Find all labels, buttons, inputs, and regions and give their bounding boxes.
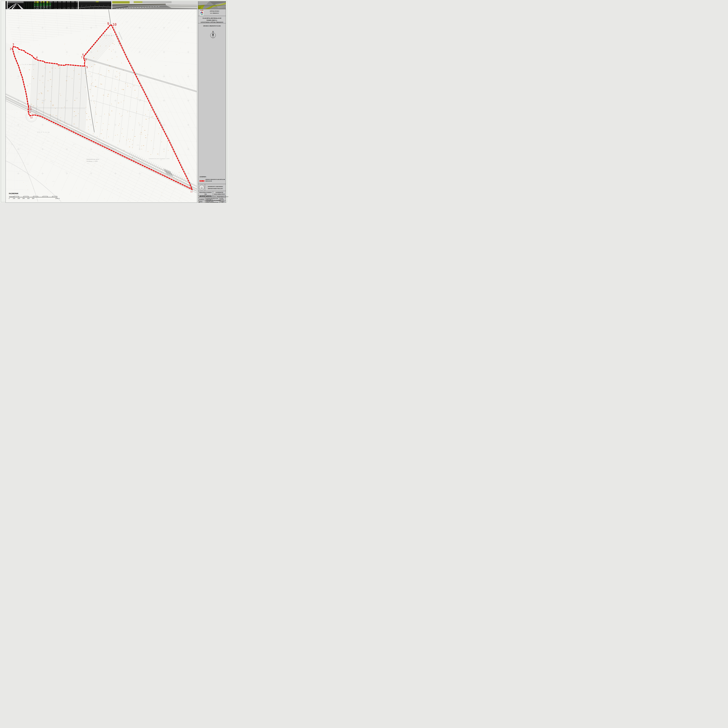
boundary-vertex-number: 2 xyxy=(10,47,12,50)
elaborat-line1: PLAN DETALJNE REGULACIJE xyxy=(206,198,221,199)
legend: LEGENDA GRANICA OBUHVATA PLANA DETALJNE … xyxy=(198,176,226,184)
prilog-label1: PRILOG xyxy=(199,201,202,202)
team-row: RUKOVODILAC RADNOG TIMA MR BISERKA MITRO… xyxy=(198,191,226,196)
university-block: 1846 UNIVERZITET U BEOGRADU ARHITEKTONSK… xyxy=(198,184,226,191)
boundary-vertex-number: 9 xyxy=(107,22,109,26)
university-line2: ARHITEKTONSKI FAKULTET xyxy=(205,188,226,190)
map-area-label: С Е Л И Ш Т Е xyxy=(102,35,117,37)
map-area-label: Т А Л А В И Ц А xyxy=(22,64,36,65)
scalebar-heading: RAZMERNIK xyxy=(9,193,18,194)
boundary-vertex-number: 12 xyxy=(30,116,33,119)
plan-sheet: С Е Л И Ш Т ЕТ А Л А В И Ц АП О Р А Ј А … xyxy=(0,0,228,203)
map-subtitle: GRANICA OBUHVATA PLANA xyxy=(198,23,226,29)
photo-strip xyxy=(6,1,226,9)
scale-value: 1 : 5 000 xyxy=(220,202,225,203)
client-label: NARUČILAC: xyxy=(199,196,205,197)
boundary-vertex-number: 4 xyxy=(36,56,38,59)
boundary-vertex-number: 13 xyxy=(29,111,31,113)
boundary-vertex-number: 14 xyxy=(29,108,32,111)
elaborat-row: ELABORAT: PLAN DETALJNE REGULACIJE RADNE… xyxy=(198,197,226,200)
scalebar-tick-label: 200 xyxy=(18,197,20,199)
boundary-vertex-number: 5 xyxy=(86,65,88,69)
cadastral-map: С Е Л И Ш Т ЕТ А Л А В И Ц АП О Р А Ј А … xyxy=(6,9,197,203)
coordinator-role: KOORDINATOR xyxy=(213,192,226,193)
scalebar-tick-label: 0 xyxy=(9,197,9,199)
coordinator-name: SANJA SIMEUN ČEVIĆ xyxy=(213,193,226,195)
municipality-line2: K.O. ŠIMANOVCI xyxy=(204,12,225,14)
legend-item-line2: REGULACIJE xyxy=(205,180,225,182)
boundary-vertex-number: 3 xyxy=(12,43,14,46)
scale-label: RAZMERA: xyxy=(220,201,225,202)
scalebar-end-label: 1000 m xyxy=(55,197,60,199)
north-arrow-icon: S xyxy=(210,31,217,40)
date-value: JUN 2010 xyxy=(220,199,224,200)
boundary-vertex-number: 11 xyxy=(190,191,193,193)
prilog-row: PRILOG BR. : I.1. OSNOVNE KARTE GRANICA … xyxy=(198,200,226,203)
seal-year: 1846 xyxy=(201,189,202,189)
scalebar-tick-label: 300 xyxy=(23,197,25,199)
municipality-line1: OPŠTINA PEĆINCI xyxy=(204,10,225,12)
plan-title-line1: PLAN DETALJNE REGULACIJE xyxy=(198,17,226,19)
boundary-dashed-line-icon xyxy=(200,180,205,182)
date-label: DATUM: xyxy=(220,198,224,199)
boundary-vertex-number: 7 xyxy=(81,56,83,59)
prilog-value1: OSNOVNE KARTE xyxy=(206,201,218,202)
boundary-vertex-number: 10 xyxy=(112,23,117,27)
university-line1: UNIVERZITET U BEOGRADU xyxy=(205,186,226,188)
scalebar-tick-label: 100 xyxy=(13,197,15,199)
plan-title-line2: RADNE ZONE 5.1. xyxy=(198,19,226,21)
map-area-label: Грађевински реон Размера 1:1000 xyxy=(149,158,170,159)
map-area-label: П О Р А Ј А Ц xyxy=(37,132,49,133)
scalebar-tick-label: 500 xyxy=(32,197,34,199)
elaborat-label: ELABORAT: xyxy=(199,199,205,200)
boundary-vertex-number: 8 xyxy=(82,53,84,56)
client-value: MEDIA INVEST D.O.O., TRADEUNIQUE D.O.O.,… xyxy=(206,196,228,197)
municipality-header: OPŠTINA PEĆINCI K.O. ŠIMANOVCI xyxy=(198,9,226,16)
map-area-label: Размера 1:1000 xyxy=(87,161,98,162)
client-row: NARUČILAC: MEDIA INVEST D.O.O., TRADEUNI… xyxy=(198,196,226,197)
legend-heading: LEGENDA xyxy=(199,176,206,177)
university-seal-icon: 1846 xyxy=(199,185,205,190)
map-area-label: Грађевински реон xyxy=(87,159,99,160)
plan-title: PLAN DETALJNE REGULACIJE RADNE ZONE 5.1.… xyxy=(198,16,226,23)
team-leader-role: RUKOVODILAC RADNOG TIMA xyxy=(198,192,213,195)
prilog-value2: GRANICA OBUHVATA PLANA xyxy=(206,202,218,203)
north-label: S xyxy=(213,31,214,33)
boundary-vertex-number: 6 xyxy=(85,58,87,61)
title-block-sidebar: OPŠTINA PEĆINCI K.O. ŠIMANOVCI PLAN DETA… xyxy=(198,9,226,203)
legend-item-line1: GRANICA OBUHVATA PLANA DETALJNE xyxy=(205,179,225,180)
pecinci-coat-of-arms-icon xyxy=(200,10,203,15)
prilog-label2: BR. : I.1. xyxy=(199,202,202,203)
scalebar-tick-label: 400 xyxy=(27,197,29,199)
